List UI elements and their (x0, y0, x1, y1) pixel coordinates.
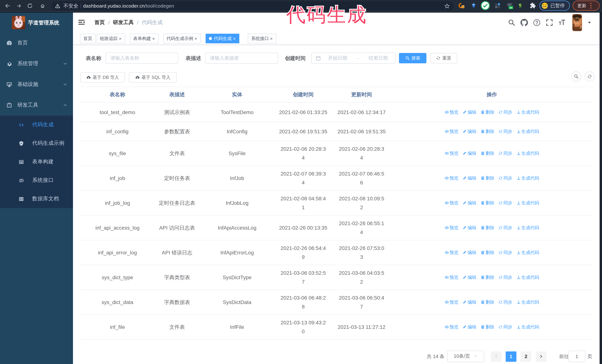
table-name-input[interactable]: 请输入表名称 (106, 52, 178, 64)
sidebar-submenu-item[interactable]: 系统接口 (0, 171, 73, 190)
extension-icon-diamond[interactable] (471, 3, 476, 8)
extension-icon-check[interactable] (481, 1, 490, 10)
browser-back-button[interactable] (5, 3, 10, 9)
sidebar-menu-item[interactable]: 系统管理 (0, 53, 73, 74)
row-action-link[interactable]: 预览 (444, 108, 458, 116)
extension-icon-grid[interactable] (494, 3, 501, 9)
row-action-link[interactable]: 预览 (444, 149, 458, 158)
import-db-button[interactable]: 基于 DB 导入 (80, 72, 125, 83)
row-action-link[interactable]: 删除 (480, 322, 494, 332)
tag-close-icon[interactable] (194, 37, 197, 40)
sidebar-submenu-item[interactable]: 表单构建 (0, 153, 73, 171)
search-button[interactable]: 搜索 (399, 53, 426, 63)
row-action-link[interactable]: 删除 (480, 149, 494, 158)
header-search-icon[interactable] (508, 19, 515, 26)
sidebar-submenu-item[interactable]: 数据库文档 (0, 190, 73, 208)
address-bar[interactable]: 不安全 dashboard.yudao.iocoder.cn/tool/code… (52, 1, 454, 10)
row-action-link[interactable]: 预览 (444, 223, 458, 232)
row-action-link[interactable]: 同步 (498, 127, 512, 136)
browser-profile-chip[interactable]: 已暂停 (539, 0, 570, 11)
row-action-link[interactable]: 同步 (498, 223, 512, 232)
sidebar-submenu-item[interactable]: 代码生成 (0, 115, 73, 134)
extension-icon-green[interactable] (518, 2, 524, 9)
page-size-select[interactable]: 10条/页 (447, 351, 484, 362)
row-action-link[interactable]: 生成代码 (516, 174, 539, 183)
view-tag[interactable]: 代码生成 (205, 34, 239, 43)
view-tag[interactable]: 链路追踪 (97, 34, 125, 43)
row-action-link[interactable]: 预览 (444, 127, 458, 136)
date-range-picker[interactable]: 开始日期 - 结束日期 (311, 52, 396, 64)
row-action-link[interactable]: 同步 (498, 108, 512, 116)
row-action-link[interactable]: 生成代码 (516, 108, 539, 116)
sidebar-menu-item[interactable]: 基础设施 (0, 74, 73, 95)
extension-icon-orange[interactable]: 1 (458, 2, 464, 9)
row-action-link[interactable]: 编辑 (462, 298, 476, 307)
extension-icon-on-badge[interactable]: on (505, 2, 514, 10)
bookmark-star-icon[interactable] (444, 3, 450, 9)
view-tag[interactable]: 代码生成示例 (163, 34, 201, 43)
browser-home-button[interactable] (40, 3, 45, 8)
row-action-link[interactable]: 编辑 (462, 273, 476, 282)
refresh-table-button[interactable] (585, 72, 595, 82)
docs-question-icon[interactable] (533, 19, 540, 26)
breadcrumb-home[interactable]: 首页 (95, 19, 105, 26)
github-icon[interactable] (520, 19, 528, 26)
fullscreen-icon[interactable] (546, 19, 553, 26)
toggle-search-button[interactable] (571, 72, 581, 82)
row-action-link[interactable]: 删除 (480, 174, 494, 183)
table-desc-input[interactable]: 请输入表描述 (205, 52, 278, 64)
view-tag[interactable]: 首页 (80, 34, 96, 43)
row-action-link[interactable]: 编辑 (462, 149, 476, 158)
tag-close-icon[interactable] (118, 37, 122, 40)
row-action-link[interactable]: 删除 (480, 127, 494, 136)
row-action-link[interactable]: 编辑 (462, 248, 476, 257)
row-action-link[interactable]: 预览 (444, 198, 458, 207)
jumper-input[interactable]: 1 (568, 351, 585, 362)
page-button-1[interactable]: 1 (506, 351, 516, 362)
extensions-puzzle-icon[interactable] (530, 2, 536, 9)
row-action-link[interactable]: 预览 (444, 174, 458, 183)
row-action-link[interactable]: 删除 (480, 108, 494, 116)
row-action-link[interactable]: 同步 (498, 198, 512, 207)
row-action-link[interactable]: 同步 (498, 298, 512, 307)
row-action-link[interactable]: 生成代码 (516, 273, 539, 282)
avatar-caret-down-icon[interactable] (587, 20, 592, 25)
row-action-link[interactable]: 编辑 (462, 322, 476, 332)
row-action-link[interactable]: 编辑 (462, 223, 476, 232)
row-action-link[interactable]: 编辑 (462, 108, 476, 116)
browser-reload-button[interactable] (27, 3, 33, 9)
reset-button[interactable]: 重置 (430, 53, 457, 63)
tag-close-icon[interactable] (152, 37, 155, 40)
view-tag[interactable]: 表单构建 (130, 34, 158, 43)
breadcrumb-tools[interactable]: 研发工具 (113, 19, 134, 26)
row-action-link[interactable]: 删除 (480, 298, 494, 307)
browser-forward-button[interactable] (17, 3, 22, 8)
row-action-link[interactable]: 删除 (480, 248, 494, 257)
import-sql-button[interactable]: 基于 SQL 导入 (129, 72, 177, 83)
row-action-link[interactable]: 生成代码 (516, 248, 539, 257)
browser-scrollbar[interactable] (600, 13, 602, 364)
font-size-icon[interactable] (558, 19, 566, 26)
row-action-link[interactable]: 生成代码 (516, 198, 539, 207)
row-action-link[interactable]: 删除 (480, 273, 494, 282)
row-action-link[interactable]: 生成代码 (516, 223, 539, 232)
next-page-button[interactable] (536, 351, 547, 362)
row-action-link[interactable]: 生成代码 (516, 149, 539, 158)
row-action-link[interactable]: 编辑 (462, 127, 476, 136)
view-tag[interactable]: 系统接口 (248, 34, 276, 43)
tag-close-icon[interactable] (270, 37, 273, 40)
user-avatar[interactable] (572, 14, 582, 31)
hamburger-icon[interactable] (77, 18, 86, 26)
row-action-link[interactable]: 预览 (444, 273, 458, 282)
row-action-link[interactable]: 生成代码 (516, 322, 539, 332)
sidebar-submenu-item[interactable]: 代码生成示例 (0, 134, 73, 153)
row-action-link[interactable]: 生成代码 (516, 298, 539, 307)
browser-menu-kebab-icon[interactable] (590, 3, 591, 9)
row-action-link[interactable]: 同步 (498, 149, 512, 158)
row-action-link[interactable]: 同步 (498, 174, 512, 183)
tag-close-icon[interactable] (232, 37, 236, 40)
prev-page-button[interactable] (491, 351, 502, 362)
row-action-link[interactable]: 编辑 (462, 198, 476, 207)
sidebar-menu-item[interactable]: 研发工具 (0, 95, 73, 115)
browser-update-button[interactable]: 更新 (572, 0, 600, 11)
